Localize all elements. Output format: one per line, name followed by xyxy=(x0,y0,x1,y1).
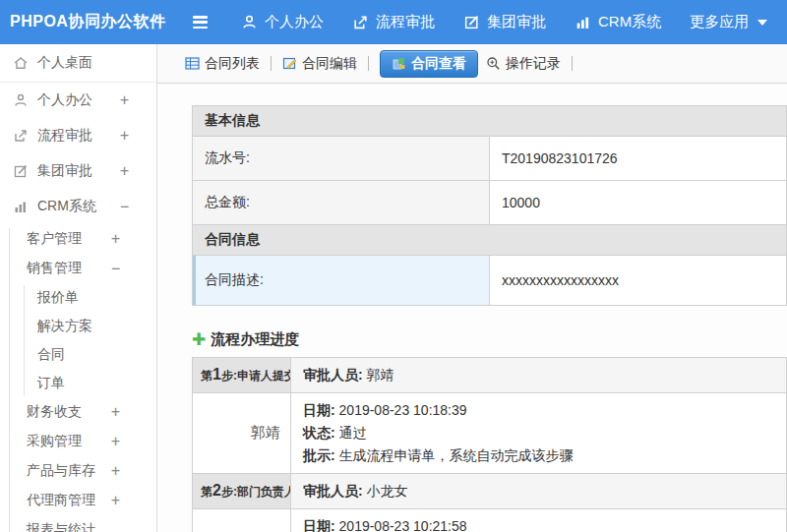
divider xyxy=(368,56,369,71)
detail-remark: 批示: 生成流程申请单，系统自动完成该步骤 xyxy=(303,444,774,467)
table-row-total-amount: 总金额: 10000 xyxy=(193,181,787,225)
divider xyxy=(271,56,272,71)
sales-submenu: 报价单 解决方案 合同 订单 xyxy=(0,283,156,397)
list-icon xyxy=(185,56,200,71)
top-nav: 个人办公 流程审批 集团审批 CRM系统 更多应用 xyxy=(241,13,787,31)
expand-toggle[interactable]: + xyxy=(111,433,120,450)
nav-label: 个人办公 xyxy=(265,13,324,31)
step-approver: 审批人员: 小龙女 xyxy=(291,474,787,509)
field-value: 10000 xyxy=(490,181,787,225)
sidebar-item-personal-desktop[interactable]: 个人桌面 xyxy=(0,44,156,83)
nav-label: 流程审批 xyxy=(376,13,435,31)
nav-crm-system[interactable]: CRM系统 xyxy=(575,13,661,31)
approver-name: 郭靖 xyxy=(193,393,291,474)
nav-more-apps[interactable]: 更多应用 xyxy=(690,13,767,31)
collapse-toggle[interactable]: − xyxy=(120,198,129,215)
edit-icon xyxy=(13,163,29,179)
sidebar-item-personal-office[interactable]: 个人办公 + xyxy=(0,83,156,118)
edit-doc-icon xyxy=(282,56,297,71)
progress-title: 流程办理进度 xyxy=(211,330,299,349)
edit-icon xyxy=(463,14,480,30)
tab-operation-log[interactable]: 操作记录 xyxy=(482,51,565,77)
view-icon xyxy=(392,56,406,71)
nav-workflow-approval[interactable]: 流程审批 xyxy=(352,13,435,31)
step-label: 第1步:申请人提交申请 xyxy=(193,358,291,393)
detail-date: 日期: 2019-08-23 10:21:58 xyxy=(303,515,774,532)
workflow-icon xyxy=(352,14,369,30)
sidebar-item-workflow-approval[interactable]: 流程审批 + xyxy=(0,118,156,153)
field-label: 总金额: xyxy=(193,181,490,225)
nav-label: 集团审批 xyxy=(487,13,546,31)
main-area: 合同列表 合同编辑 合同查看 操作记录 xyxy=(157,44,787,532)
expand-toggle[interactable]: + xyxy=(120,127,129,145)
progress-table: 第1步:申请人提交申请 审批人员: 郭靖 郭靖 日期: 2019-08-23 1… xyxy=(192,357,787,532)
zoom-plus-icon xyxy=(486,56,501,71)
sidebar-item-agent-mgmt[interactable]: 代理商管理 + xyxy=(0,486,156,515)
contract-info-table: 基本信息 流水号: T20190823101726 总金额: 10000 合同信… xyxy=(192,105,787,306)
nav-label: 更多应用 xyxy=(690,13,749,31)
workflow-icon xyxy=(13,128,29,144)
sidebar-item-contract[interactable]: 合同 xyxy=(0,340,156,369)
menu-icon[interactable] xyxy=(193,16,208,29)
sidebar: 个人桌面 个人办公 + 流程审批 + 集团审批 + xyxy=(0,44,157,532)
expand-toggle[interactable]: + xyxy=(111,403,120,421)
sidebar-item-product-inventory[interactable]: 产品与库存 + xyxy=(0,456,156,486)
sidebar-item-order[interactable]: 订单 xyxy=(0,369,156,397)
detail-date: 日期: 2019-08-23 10:18:39 xyxy=(303,399,774,422)
step-approver: 审批人员: 郭靖 xyxy=(291,358,787,393)
field-label: 合同描述: xyxy=(193,256,490,306)
user-icon xyxy=(241,14,258,30)
top-bar: PHPOA协同办公软件 个人办公 流程审批 集团审批 CRM系统 xyxy=(0,0,787,44)
step-label: 第2步:部门负责人审批 xyxy=(193,474,291,509)
collapse-toggle[interactable]: − xyxy=(111,260,120,277)
expand-toggle[interactable]: + xyxy=(111,492,120,509)
plus-icon: ✚ xyxy=(192,331,206,348)
nav-group-approval[interactable]: 集团审批 xyxy=(463,13,546,31)
progress-heading: ✚ 流程办理进度 xyxy=(192,330,787,349)
tab-contract-list[interactable]: 合同列表 xyxy=(181,51,264,77)
field-value: xxxxxxxxxxxxxxxxx xyxy=(490,256,787,306)
approver-name: 小龙女 xyxy=(193,509,291,532)
crm-submenu: 客户管理 + 销售管理 − 报价单 解决方案 合同 订单 xyxy=(0,224,156,532)
step-detail-row: 小龙女 日期: 2019-08-23 10:21:58 状态: 通过 批示: 通… xyxy=(193,509,787,532)
user-icon xyxy=(13,92,29,108)
step-detail-row: 郭靖 日期: 2019-08-23 10:18:39 状态: 通过 批示: 生成… xyxy=(193,393,787,474)
field-value: T20190823101726 xyxy=(490,137,787,181)
step-detail: 日期: 2019-08-23 10:21:58 状态: 通过 批示: 通过 xyxy=(291,509,787,532)
section-header-basic-info: 基本信息 xyxy=(193,106,787,137)
sidebar-item-quotation[interactable]: 报价单 xyxy=(0,283,156,312)
sidebar-item-reports-stats[interactable]: 报表与统计 xyxy=(0,515,156,532)
sidebar-item-group-approval[interactable]: 集团审批 + xyxy=(0,153,156,189)
tab-contract-view[interactable]: 合同查看 xyxy=(380,50,478,78)
tab-label: 合同列表 xyxy=(205,55,260,73)
sidebar-item-finance[interactable]: 财务收支 + xyxy=(0,397,156,427)
tab-label: 操作记录 xyxy=(506,55,561,73)
section-header-contract-info: 合同信息 xyxy=(193,225,787,256)
sidebar-item-crm-system[interactable]: CRM系统 − xyxy=(0,189,156,224)
contract-view-content: 基本信息 流水号: T20190823101726 总金额: 10000 合同信… xyxy=(157,84,787,532)
expand-toggle[interactable]: + xyxy=(111,462,120,480)
sidebar-item-customer-mgmt[interactable]: 客户管理 + xyxy=(0,224,156,254)
expand-toggle[interactable]: + xyxy=(111,230,120,248)
caret-down-icon xyxy=(757,20,767,26)
sidebar-item-sales-mgmt[interactable]: 销售管理 − xyxy=(0,254,156,283)
expand-toggle[interactable]: + xyxy=(120,91,129,109)
table-row-contract-desc: 合同描述: xxxxxxxxxxxxxxxxx xyxy=(193,256,787,306)
tab-bar: 合同列表 合同编辑 合同查看 操作记录 xyxy=(157,44,787,84)
detail-status: 状态: 通过 xyxy=(303,422,774,444)
tab-label: 合同编辑 xyxy=(302,55,357,73)
chart-icon xyxy=(13,199,29,214)
expand-toggle[interactable]: + xyxy=(120,162,129,180)
step-detail: 日期: 2019-08-23 10:18:39 状态: 通过 批示: 生成流程申… xyxy=(291,393,787,474)
sidebar-item-solution[interactable]: 解决方案 xyxy=(0,312,156,340)
nav-personal-office[interactable]: 个人办公 xyxy=(241,13,324,31)
tab-contract-edit[interactable]: 合同编辑 xyxy=(278,51,361,77)
tab-label: 合同查看 xyxy=(411,55,466,73)
step-header-row: 第2步:部门负责人审批 审批人员: 小龙女 xyxy=(193,474,787,509)
divider xyxy=(572,56,573,71)
chart-icon xyxy=(575,14,591,30)
step-header-row: 第1步:申请人提交申请 审批人员: 郭靖 xyxy=(193,358,787,393)
nav-label: CRM系统 xyxy=(598,13,661,31)
table-row-serial: 流水号: T20190823101726 xyxy=(193,137,787,181)
sidebar-item-purchase-mgmt[interactable]: 采购管理 + xyxy=(0,427,156,456)
